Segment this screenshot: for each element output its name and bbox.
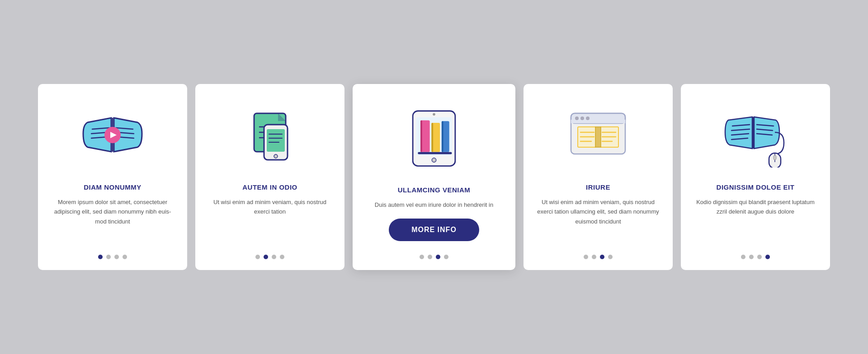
dot-active [765, 255, 770, 259]
svg-point-28 [432, 158, 436, 162]
svg-rect-14 [267, 129, 285, 152]
card-2-dots [255, 250, 284, 259]
svg-rect-22 [420, 120, 422, 152]
card-1-title: DIAM NONUMMY [84, 183, 142, 191]
card-5: DIGNISSIM DOLOE EIT Kodio dignissim qui … [681, 84, 830, 270]
svg-point-33 [575, 116, 579, 120]
dot [420, 255, 424, 259]
card-5-title: DIGNISSIM DOLOE EIT [717, 183, 795, 191]
card-1: DIAM NONUMMY Morem ipsum dolor sit amet,… [38, 84, 187, 270]
dot [280, 255, 284, 259]
svg-rect-55 [774, 155, 776, 160]
dot [757, 255, 762, 259]
dot [123, 255, 127, 259]
dot-active [600, 255, 604, 259]
card-2-text: Ut wisi enim ad minim veniam, quis nostr… [208, 197, 332, 241]
svg-rect-32 [571, 120, 625, 123]
svg-point-34 [580, 116, 584, 120]
card-3: ULLAMCING VENIAM Duis autem vel eum iriu… [353, 84, 515, 270]
svg-point-29 [433, 113, 435, 116]
card-3-dots [420, 250, 448, 259]
card-3-title: ULLAMCING VENIAM [398, 186, 471, 194]
dot [428, 255, 432, 259]
svg-rect-27 [418, 152, 452, 154]
card-3-text: Duis autem vel eum iriure dolor in hendr… [375, 200, 493, 210]
book-mouse-icon [719, 98, 792, 170]
dot-active [98, 255, 103, 259]
card-4-dots [584, 250, 613, 259]
card-5-dots [741, 250, 770, 259]
dot-active [436, 255, 440, 259]
card-2-title: AUTEM IN ODIO [242, 183, 297, 191]
card-4: IRIURE Ut wisi enim ad minim veniam, qui… [524, 84, 673, 270]
dot [444, 255, 448, 259]
dot [592, 255, 596, 259]
dot [106, 255, 111, 259]
svg-rect-24 [431, 123, 433, 152]
card-1-dots [98, 250, 127, 259]
dot [272, 255, 276, 259]
phone-books-icon [398, 100, 470, 172]
svg-point-18 [274, 154, 278, 158]
documents-phone-icon [234, 98, 306, 170]
open-book-video-icon [76, 98, 149, 170]
dot [749, 255, 754, 259]
dot [255, 255, 260, 259]
more-info-button[interactable]: MORE INFO [389, 219, 479, 241]
card-4-text: Ut wisi enim ad minim veniam, quis nostr… [536, 197, 660, 241]
card-1-text: Morem ipsum dolor sit amet, consectetuer… [51, 197, 175, 241]
svg-rect-38 [595, 127, 601, 147]
card-5-text: Kodio dignissim qui blandit praesent lup… [693, 197, 817, 241]
svg-rect-26 [442, 121, 443, 152]
card-2: AUTEM IN ODIO Ut wisi enim ad minim veni… [195, 84, 344, 270]
card-4-title: IRIURE [586, 183, 610, 191]
browser-book-icon [562, 98, 634, 170]
dot [741, 255, 745, 259]
svg-point-35 [586, 116, 590, 120]
dot [114, 255, 119, 259]
dot-active [264, 255, 268, 259]
cards-container: DIAM NONUMMY Morem ipsum dolor sit amet,… [11, 66, 857, 288]
dot [608, 255, 613, 259]
dot [584, 255, 588, 259]
